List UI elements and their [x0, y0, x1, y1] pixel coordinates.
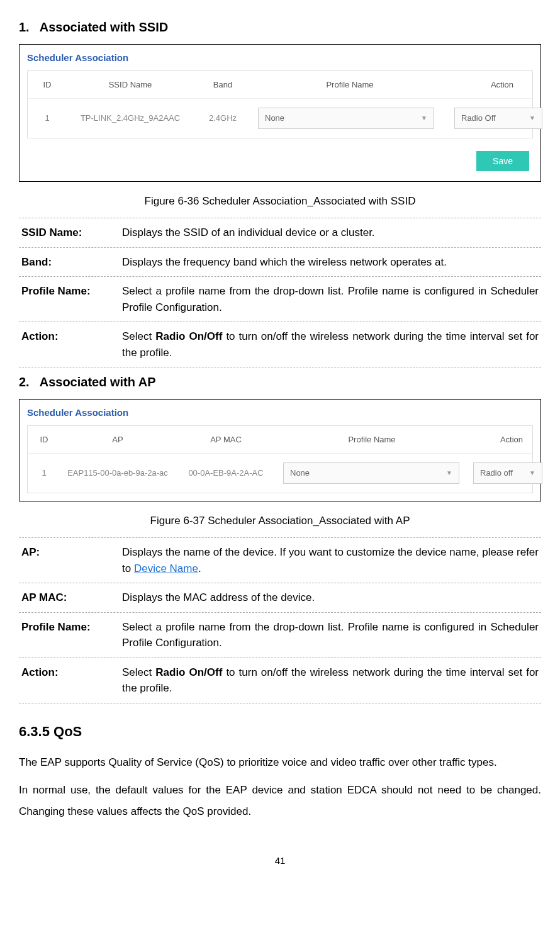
panel-title-ap: Scheduler Association	[20, 405, 540, 425]
col-ssid-name: SSID Name	[67, 71, 194, 99]
profile-select-value: None	[265, 112, 284, 125]
profile-select-value: None	[290, 467, 310, 479]
figure-ap-screenshot: Scheduler Association ID AP AP MAC Profi…	[19, 399, 541, 501]
cell-band: 2.4GHz	[194, 109, 252, 127]
def-row-apmac: AP MAC: Displays the MAC address of the …	[19, 583, 541, 612]
col-profile: Profile Name	[252, 71, 448, 99]
col-band: Band	[194, 71, 252, 99]
cell-ssid: TP-LINK_2.4GHz_9A2AAC	[67, 109, 194, 127]
def-desc: Select Radio On/Off to turn on/off the w…	[122, 328, 539, 361]
cell-id: 1	[28, 109, 67, 127]
section-heading-1: 1.Associated with SSID	[19, 18, 541, 36]
action-select-value: Radio off	[480, 467, 513, 479]
ap-table-header: ID AP AP MAC Profile Name Action	[28, 426, 532, 454]
def-label: Band:	[21, 254, 122, 271]
cell-profile: None ▼	[252, 105, 448, 132]
cell-id: 1	[28, 464, 60, 482]
cell-action: Radio off ▼	[467, 460, 556, 486]
save-button[interactable]: Save	[476, 151, 529, 171]
action-select[interactable]: Radio off ▼	[473, 462, 542, 484]
def-row-action: Action: Select Radio On/Off to turn on/o…	[19, 322, 541, 367]
qos-heading: 6.3.5 QoS	[19, 721, 541, 742]
ssid-table: ID SSID Name Band Profile Name Action 1 …	[27, 70, 533, 138]
def-desc: Displays the SSID of an individual devic…	[122, 225, 539, 241]
qos-paragraph-1: The EAP supports Quality of Service (QoS…	[19, 752, 541, 773]
def-desc: Select a profile name from the drop-down…	[122, 619, 539, 651]
profile-select[interactable]: None ▼	[283, 462, 459, 484]
col-ap: AP	[60, 426, 175, 454]
section-heading-2: 2.Associated with AP	[19, 372, 541, 391]
chevron-down-icon: ▼	[529, 113, 535, 123]
section-title-1: Associated with SSID	[40, 20, 169, 34]
ssid-table-row: 1 TP-LINK_2.4GHz_9A2AAC 2.4GHz None ▼ Ra…	[28, 99, 532, 138]
col-action: Action	[467, 426, 556, 454]
def-desc: Select a profile name from the drop-down…	[122, 283, 539, 315]
profile-select[interactable]: None ▼	[258, 108, 434, 129]
def-label: Action:	[21, 328, 122, 361]
def-row-ap: AP: Displays the name of the device. If …	[19, 537, 541, 583]
figure-caption-2: Figure 6-37 Scheduler Association_Associ…	[19, 513, 541, 529]
action-select-value: Radio Off	[461, 112, 496, 125]
def-row-ssid-name: SSID Name: Displays the SSID of an indiv…	[19, 218, 541, 247]
col-id: ID	[28, 426, 60, 454]
section-number-1: 1.	[19, 20, 30, 34]
def-row-band: Band: Displays the frequency band which …	[19, 247, 541, 277]
def-desc: Select Radio On/Off to turn on/off the w…	[122, 664, 539, 697]
cell-action: Radio Off ▼	[448, 105, 556, 132]
def-row-profile: Profile Name: Select a profile name from…	[19, 276, 541, 322]
def-label: Profile Name:	[21, 283, 122, 315]
page-number: 41	[19, 854, 541, 868]
cell-ap: EAP115-00-0a-eb-9a-2a-ac	[60, 464, 175, 482]
def-row-action2: Action: Select Radio On/Off to turn on/o…	[19, 658, 541, 703]
col-id: ID	[28, 71, 67, 99]
ssid-table-header: ID SSID Name Band Profile Name Action	[28, 71, 532, 99]
def-desc: Displays the name of the device. If you …	[122, 544, 539, 576]
cell-profile: None ▼	[277, 460, 467, 486]
def-row-profile2: Profile Name: Select a profile name from…	[19, 612, 541, 658]
ap-table: ID AP AP MAC Profile Name Action 1 EAP11…	[27, 425, 533, 493]
section-number-2: 2.	[19, 375, 30, 389]
def-label: AP:	[21, 544, 122, 576]
device-name-link[interactable]: Device Name	[134, 563, 198, 574]
panel-title-ssid: Scheduler Association	[20, 50, 540, 70]
def-list-ap: AP: Displays the name of the device. If …	[19, 537, 541, 703]
def-list-ssid: SSID Name: Displays the SSID of an indiv…	[19, 218, 541, 367]
cell-mac: 00-0A-EB-9A-2A-AC	[175, 464, 277, 482]
col-profile: Profile Name	[277, 426, 467, 454]
qos-paragraph-2: In normal use, the default values for th…	[19, 780, 541, 822]
def-desc: Displays the MAC address of the device.	[122, 590, 539, 606]
col-mac: AP MAC	[175, 426, 277, 454]
def-label: Profile Name:	[21, 619, 122, 651]
ap-table-row: 1 EAP115-00-0a-eb-9a-2a-ac 00-0A-EB-9A-2…	[28, 454, 532, 493]
def-desc: Displays the frequency band which the wi…	[122, 254, 539, 271]
figure-ssid-screenshot: Scheduler Association ID SSID Name Band …	[19, 44, 541, 182]
section-title-2: Associated with AP	[40, 375, 156, 389]
chevron-down-icon: ▼	[421, 113, 427, 123]
action-select[interactable]: Radio Off ▼	[454, 108, 542, 129]
def-label: Action:	[21, 664, 122, 697]
col-action: Action	[448, 71, 556, 99]
def-label: SSID Name:	[21, 225, 122, 241]
figure-caption-1: Figure 6-36 Scheduler Association_Associ…	[19, 193, 541, 210]
chevron-down-icon: ▼	[446, 468, 452, 478]
chevron-down-icon: ▼	[529, 468, 535, 478]
def-label: AP MAC:	[21, 590, 122, 606]
